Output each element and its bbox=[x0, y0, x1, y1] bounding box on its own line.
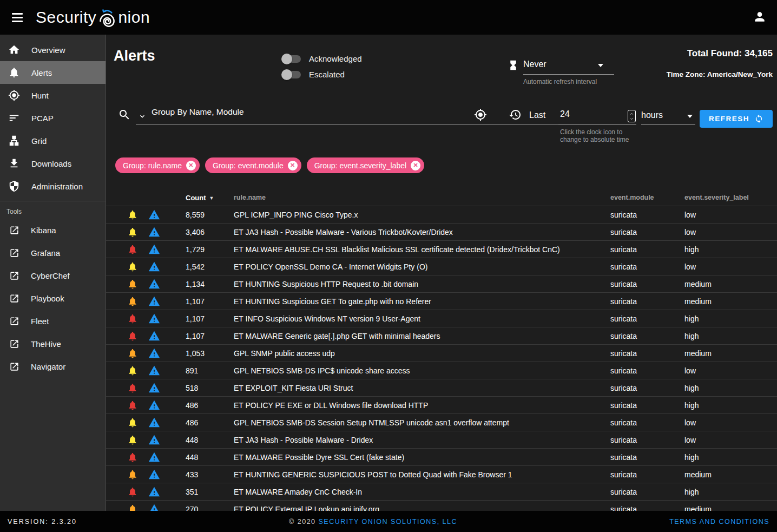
alert-bell-icon[interactable] bbox=[127, 279, 138, 290]
count-cell[interactable]: 518 bbox=[186, 384, 234, 392]
table-row[interactable]: 1,107 ET HUNTING Suspicious GET To gate.… bbox=[106, 292, 777, 310]
sidebar-item-downloads[interactable]: Downloads bbox=[0, 152, 106, 175]
severity-cell[interactable]: medium bbox=[684, 280, 773, 288]
warning-triangle-icon[interactable] bbox=[148, 261, 160, 273]
event-module-cell[interactable]: suricata bbox=[610, 262, 684, 271]
warning-triangle-icon[interactable] bbox=[148, 382, 160, 394]
event-module-cell[interactable]: suricata bbox=[610, 332, 684, 340]
warning-triangle-icon[interactable] bbox=[148, 503, 160, 511]
rule-name-cell[interactable]: ET HUNTING GENERIC SUSPICIOUS POST to Do… bbox=[234, 470, 610, 479]
event-module-cell[interactable]: suricata bbox=[610, 349, 684, 358]
count-cell[interactable]: 1,729 bbox=[186, 245, 234, 254]
table-row[interactable]: 433 ET HUNTING GENERIC SUSPICIOUS POST t… bbox=[106, 465, 777, 483]
event-module-cell[interactable]: suricata bbox=[610, 211, 684, 219]
search-query-input[interactable] bbox=[152, 107, 455, 117]
close-icon[interactable]: ✕ bbox=[186, 161, 196, 170]
rule-name-cell[interactable]: ET HUNTING Suspicious HTTP Request to .b… bbox=[234, 280, 610, 288]
crosshair-target-icon[interactable] bbox=[474, 108, 487, 121]
column-header-event-module[interactable]: event.module bbox=[610, 194, 684, 201]
table-row[interactable]: 1,729 ET MALWARE ABUSE.CH SSL Blacklist … bbox=[106, 240, 777, 258]
warning-triangle-icon[interactable] bbox=[148, 244, 160, 255]
count-cell[interactable]: 270 bbox=[186, 505, 234, 511]
count-cell[interactable]: 433 bbox=[186, 470, 234, 479]
number-stepper[interactable] bbox=[628, 110, 636, 122]
alert-bell-icon[interactable] bbox=[127, 244, 138, 255]
alert-bell-icon[interactable] bbox=[127, 227, 138, 238]
count-cell[interactable]: 891 bbox=[186, 366, 234, 375]
severity-cell[interactable]: high bbox=[684, 332, 773, 340]
count-cell[interactable]: 8,559 bbox=[186, 211, 234, 219]
event-module-cell[interactable]: suricata bbox=[610, 453, 684, 462]
event-module-cell[interactable]: suricata bbox=[610, 245, 684, 254]
close-icon[interactable]: ✕ bbox=[288, 161, 298, 170]
terms-link[interactable]: TERMS AND CONDITIONS bbox=[669, 518, 769, 526]
rule-name-cell[interactable]: ET MALWARE ABUSE.CH SSL Blacklist Malici… bbox=[234, 245, 610, 254]
count-cell[interactable]: 1,107 bbox=[186, 297, 234, 306]
alert-bell-icon[interactable] bbox=[127, 261, 138, 272]
event-module-cell[interactable]: suricata bbox=[610, 436, 684, 444]
table-row[interactable]: 1,053 GPL SNMP public access udp suricat… bbox=[106, 344, 777, 362]
alert-bell-icon[interactable] bbox=[127, 383, 138, 393]
warning-triangle-icon[interactable] bbox=[148, 486, 160, 498]
count-cell[interactable]: 448 bbox=[186, 453, 234, 462]
event-module-cell[interactable]: suricata bbox=[610, 384, 684, 392]
sidebar-tool-fleet[interactable]: Fleet bbox=[0, 310, 106, 332]
sidebar-item-alerts[interactable]: Alerts bbox=[0, 61, 106, 84]
warning-triangle-icon[interactable] bbox=[148, 434, 160, 446]
group-by-chip[interactable]: Group: event.severity_label ✕ bbox=[307, 157, 424, 173]
rule-name-cell[interactable]: GPL NETBIOS SMB-DS IPC$ unicode share ac… bbox=[234, 366, 610, 375]
table-row[interactable]: 270 ET POLICY External IP Lookup api.ipi… bbox=[106, 500, 777, 511]
event-module-cell[interactable]: suricata bbox=[610, 314, 684, 323]
severity-cell[interactable]: high bbox=[684, 314, 773, 323]
rule-name-cell[interactable]: GPL ICMP_INFO PING Cisco Type.x bbox=[234, 211, 610, 219]
warning-triangle-icon[interactable] bbox=[148, 313, 160, 325]
rule-name-cell[interactable]: ET MALWARE Possible Dyre SSL Cert (fake … bbox=[234, 453, 610, 462]
sidebar-tool-navigator[interactable]: Navigator bbox=[0, 355, 106, 378]
event-module-cell[interactable]: suricata bbox=[610, 366, 684, 375]
table-row[interactable]: 3,406 ET JA3 Hash - Possible Malware - V… bbox=[106, 223, 777, 240]
sidebar-tool-grafana[interactable]: Grafana bbox=[0, 241, 106, 264]
count-cell[interactable]: 486 bbox=[186, 418, 234, 427]
severity-cell[interactable]: medium bbox=[684, 470, 773, 479]
warning-triangle-icon[interactable] bbox=[148, 295, 160, 307]
warning-triangle-icon[interactable] bbox=[148, 209, 160, 221]
count-cell[interactable]: 448 bbox=[186, 436, 234, 444]
rule-name-cell[interactable]: ET INFO Suspicious Windows NT version 9 … bbox=[234, 314, 610, 323]
severity-cell[interactable]: low bbox=[684, 436, 773, 444]
alert-bell-icon[interactable] bbox=[127, 487, 138, 497]
alert-bell-icon[interactable] bbox=[127, 504, 138, 511]
sidebar-item-overview[interactable]: Overview bbox=[0, 38, 106, 61]
table-row[interactable]: 486 ET POLICY PE EXE or DLL Windows file… bbox=[106, 396, 777, 413]
column-header-severity-label[interactable]: event.severity_label bbox=[684, 194, 773, 201]
event-module-cell[interactable]: suricata bbox=[610, 228, 684, 237]
alert-bell-icon[interactable] bbox=[127, 365, 138, 376]
rule-name-cell[interactable]: ET MALWARE Amadey CnC Check-In bbox=[234, 488, 610, 496]
event-module-cell[interactable]: suricata bbox=[610, 505, 684, 511]
event-module-cell[interactable]: suricata bbox=[610, 401, 684, 410]
toggle-switch[interactable] bbox=[282, 71, 301, 78]
count-cell[interactable]: 3,406 bbox=[186, 228, 234, 237]
table-row[interactable]: 448 ET JA3 Hash - Possible Malware - Dri… bbox=[106, 431, 777, 448]
severity-cell[interactable]: medium bbox=[684, 297, 773, 306]
table-row[interactable]: 891 GPL NETBIOS SMB-DS IPC$ unicode shar… bbox=[106, 362, 777, 379]
column-header-rule-name[interactable]: rule.name bbox=[234, 194, 610, 201]
severity-cell[interactable]: high bbox=[684, 488, 773, 496]
user-account-icon[interactable] bbox=[750, 8, 769, 27]
sidebar-tool-thehive[interactable]: TheHive bbox=[0, 332, 106, 355]
group-by-chip[interactable]: Group: rule.name ✕ bbox=[115, 157, 200, 173]
severity-cell[interactable]: low bbox=[684, 228, 773, 237]
severity-cell[interactable]: high bbox=[684, 245, 773, 254]
event-module-cell[interactable]: suricata bbox=[610, 297, 684, 306]
table-row[interactable]: 1,107 ET INFO Suspicious Windows NT vers… bbox=[106, 310, 777, 327]
severity-cell[interactable]: low bbox=[684, 262, 773, 271]
history-clock-icon[interactable] bbox=[509, 108, 522, 121]
alert-bell-icon[interactable] bbox=[127, 452, 138, 463]
warning-triangle-icon[interactable] bbox=[148, 469, 160, 481]
table-row[interactable]: 448 ET MALWARE Possible Dyre SSL Cert (f… bbox=[106, 448, 777, 465]
alert-bell-icon[interactable] bbox=[127, 331, 138, 341]
warning-triangle-icon[interactable] bbox=[148, 417, 160, 429]
sidebar-tool-kibana[interactable]: Kibana bbox=[0, 219, 106, 241]
alert-bell-icon[interactable] bbox=[127, 400, 138, 411]
rule-name-cell[interactable]: GPL NETBIOS SMB-DS Session Setup NTMLSSP… bbox=[234, 418, 610, 427]
count-cell[interactable]: 1,053 bbox=[186, 349, 234, 358]
